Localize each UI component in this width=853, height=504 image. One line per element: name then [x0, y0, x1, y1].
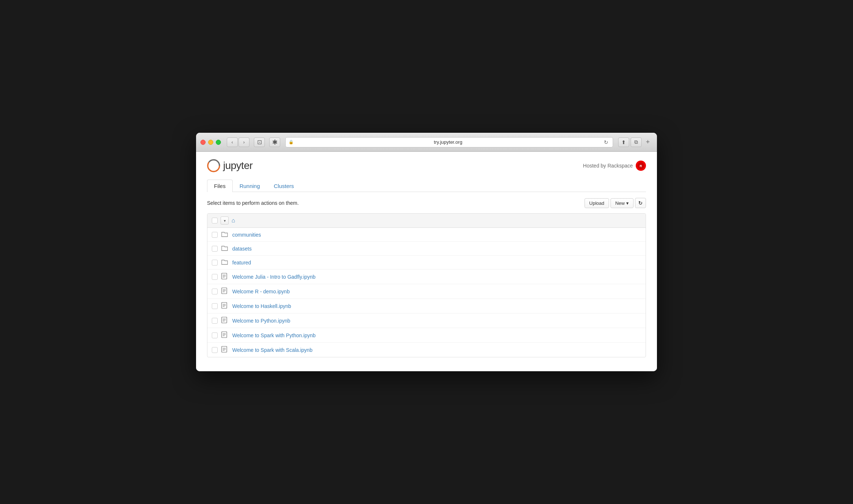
tab-clusters[interactable]: Clusters — [267, 180, 301, 192]
browser-window: ‹ › ⊡ ✱ 🔒 try.jupyter.org ↻ ⬆ ⧉ + — [196, 133, 657, 371]
file-link-datasets[interactable]: datasets — [232, 246, 252, 252]
notebook-icon — [221, 331, 229, 339]
tab-files[interactable]: Files — [207, 180, 233, 192]
list-item: Welcome R - demo.ipynb — [207, 284, 646, 299]
item-checkbox-1[interactable] — [212, 246, 218, 252]
tabs-container: Files Running Clusters — [207, 180, 646, 192]
traffic-lights — [200, 140, 221, 145]
extension-icon: ✱ — [272, 138, 278, 146]
close-button[interactable] — [200, 140, 206, 145]
select-items-text: Select items to perform actions on them. — [207, 200, 299, 206]
add-tab-button[interactable]: + — [643, 138, 653, 147]
notebook-icon — [221, 287, 229, 295]
select-all-checkbox[interactable] — [212, 218, 218, 223]
notebook-icon — [221, 273, 229, 281]
address-bar[interactable]: 🔒 try.jupyter.org ↻ — [285, 137, 613, 147]
item-checkbox-0[interactable] — [212, 232, 218, 238]
upload-button[interactable]: Upload — [585, 198, 609, 208]
list-item: Welcome to Spark with Python.ipynb — [207, 328, 646, 343]
new-dropdown-icon: ▾ — [626, 200, 629, 206]
back-button[interactable]: ‹ — [227, 138, 238, 147]
page-content: jupyter Hosted by Rackspace R Files Runn… — [196, 152, 657, 371]
home-icon[interactable]: ⌂ — [232, 217, 235, 224]
forward-button[interactable]: › — [238, 138, 249, 147]
forward-icon: › — [243, 139, 245, 145]
add-tab-icon: + — [646, 138, 650, 146]
minimize-button[interactable] — [208, 140, 213, 145]
file-link-spark-python[interactable]: Welcome to Spark with Python.ipynb — [232, 332, 316, 338]
nav-buttons: ‹ › — [227, 138, 249, 147]
list-item: Welcome Julia - Intro to Gadfly.ipynb — [207, 270, 646, 284]
rackspace-logo: R — [636, 161, 646, 171]
file-list-container: ▾ ⌂ communities datasets — [207, 213, 646, 357]
list-item: Welcome to Spark with Scala.ipynb — [207, 343, 646, 357]
back-icon: ‹ — [232, 139, 233, 145]
item-checkbox-7[interactable] — [212, 332, 218, 338]
folder-icon — [221, 231, 229, 238]
file-link-julia[interactable]: Welcome Julia - Intro to Gadfly.ipynb — [232, 274, 315, 280]
list-item: Welcome to Python.ipynb — [207, 313, 646, 328]
share-icon: ⬆ — [621, 139, 626, 145]
folder-icon — [221, 245, 229, 252]
notebook-icon — [221, 302, 229, 310]
item-checkbox-2[interactable] — [212, 260, 218, 266]
file-link-featured[interactable]: featured — [232, 260, 251, 266]
folder-icon — [221, 259, 229, 266]
item-checkbox-4[interactable] — [212, 289, 218, 294]
action-buttons: Upload New ▾ ↻ — [585, 198, 646, 208]
lock-icon: 🔒 — [289, 140, 294, 144]
sidebar-icon: ⊡ — [257, 139, 262, 146]
toolbar-row: Select items to perform actions on them.… — [207, 198, 646, 208]
jupyter-logo: jupyter — [207, 159, 253, 172]
file-link-r[interactable]: Welcome R - demo.ipynb — [232, 289, 290, 294]
header-dropdown-button[interactable]: ▾ — [221, 217, 229, 225]
list-item: Welcome to Haskell.ipynb — [207, 299, 646, 313]
extension-button[interactable]: ✱ — [269, 138, 280, 147]
list-item: datasets — [207, 242, 646, 256]
notebook-icon — [221, 346, 229, 354]
file-link-haskell[interactable]: Welcome to Haskell.ipynb — [232, 303, 291, 309]
refresh-files-button[interactable]: ↻ — [635, 198, 646, 208]
item-checkbox-3[interactable] — [212, 274, 218, 280]
file-link-communities[interactable]: communities — [232, 232, 261, 238]
browser-toolbar-right: ⬆ ⧉ + — [618, 138, 653, 147]
jupyter-header: jupyter Hosted by Rackspace R — [207, 159, 646, 172]
item-checkbox-5[interactable] — [212, 303, 218, 309]
file-list-header: ▾ ⌂ — [207, 214, 646, 228]
duplicate-icon: ⧉ — [634, 139, 638, 145]
file-link-spark-scala[interactable]: Welcome to Spark with Scala.ipynb — [232, 347, 312, 353]
item-checkbox-8[interactable] — [212, 347, 218, 353]
item-checkbox-6[interactable] — [212, 318, 218, 324]
jupyter-logo-text: jupyter — [223, 160, 253, 172]
share-button[interactable]: ⬆ — [618, 138, 629, 147]
list-item: communities — [207, 228, 646, 242]
list-item: featured — [207, 256, 646, 270]
page-refresh-icon[interactable]: ↻ — [602, 139, 610, 146]
file-link-python[interactable]: Welcome to Python.ipynb — [232, 318, 290, 324]
new-button[interactable]: New ▾ — [610, 198, 634, 208]
duplicate-button[interactable]: ⧉ — [631, 138, 642, 147]
svg-text:R: R — [640, 164, 642, 168]
titlebar: ‹ › ⊡ ✱ 🔒 try.jupyter.org ↻ ⬆ ⧉ + — [196, 133, 657, 152]
maximize-button[interactable] — [216, 140, 221, 145]
tab-running[interactable]: Running — [233, 180, 267, 192]
hosted-by-label: Hosted by Rackspace R — [583, 161, 646, 171]
notebook-icon — [221, 317, 229, 324]
new-button-label: New — [615, 200, 625, 206]
url-text: try.jupyter.org — [296, 139, 600, 145]
sidebar-button[interactable]: ⊡ — [254, 138, 265, 147]
jupyter-logo-icon — [207, 159, 220, 172]
refresh-files-icon: ↻ — [638, 200, 643, 206]
